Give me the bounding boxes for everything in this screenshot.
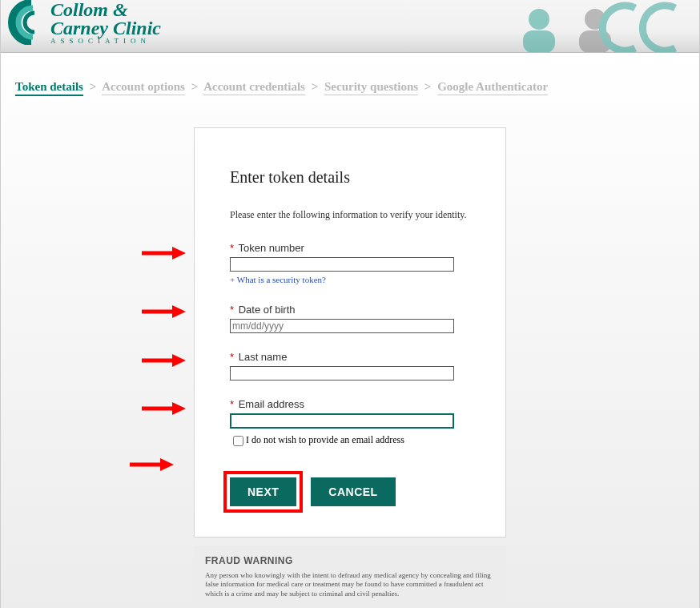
breadcrumb-item-security-questions[interactable]: Security questions <box>324 80 418 95</box>
form-card: Enter token details Please enter the fol… <box>194 127 506 538</box>
lastname-input[interactable] <box>230 366 454 381</box>
breadcrumb-separator: > <box>86 80 100 93</box>
arrow-icon <box>142 352 186 368</box>
email-input[interactable] <box>230 413 454 429</box>
breadcrumb-separator: > <box>421 80 435 93</box>
security-token-help-link[interactable]: + What is a security token? <box>230 275 326 284</box>
header-decoration-icon <box>491 0 699 53</box>
svg-marker-11 <box>172 402 186 415</box>
breadcrumb-separator: > <box>308 80 322 93</box>
breadcrumb-item-account-options[interactable]: Account options <box>102 80 185 95</box>
next-button[interactable]: NEXT <box>230 477 296 506</box>
logo: Collom & Carney Clinic ASSOCIATION <box>6 0 161 45</box>
breadcrumb-item-google-authenticator[interactable]: Google Authenticator <box>437 80 548 95</box>
token-input[interactable] <box>230 257 454 272</box>
svg-marker-13 <box>160 458 174 471</box>
svg-marker-5 <box>172 247 186 260</box>
logo-text-line1: Collom & <box>50 1 161 19</box>
form-heading: Enter token details <box>230 168 470 187</box>
logo-text-line3: ASSOCIATION <box>50 38 161 45</box>
breadcrumb-separator: > <box>188 80 202 93</box>
breadcrumb: Token details > Account options > Accoun… <box>1 53 699 100</box>
lastname-label: * Last name <box>230 351 470 363</box>
fraud-text: Any person who knowingly with the intent… <box>205 571 495 599</box>
svg-marker-9 <box>172 354 186 367</box>
breadcrumb-item-token-details[interactable]: Token details <box>15 80 83 96</box>
no-email-label: I do not wish to provide an email addres… <box>246 434 404 445</box>
fraud-title: FRAUD WARNING <box>205 555 495 566</box>
next-highlight-box: NEXT <box>223 471 303 513</box>
logo-text-line2: Carney Clinic <box>50 19 161 38</box>
form-instruction: Please enter the following information t… <box>230 209 470 221</box>
arrow-icon <box>142 304 186 320</box>
arrow-icon <box>142 245 186 261</box>
header: Collom & Carney Clinic ASSOCIATION <box>1 0 699 53</box>
svg-marker-7 <box>172 305 186 318</box>
no-email-checkbox[interactable] <box>233 436 243 446</box>
fraud-warning-box: FRAUD WARNING Any person who knowingly w… <box>194 546 506 609</box>
token-label: * Token number <box>230 242 470 254</box>
cancel-button[interactable]: CANCEL <box>311 477 395 506</box>
svg-point-0 <box>529 9 549 30</box>
email-label: * Email address <box>230 398 470 410</box>
dob-input[interactable] <box>230 319 454 333</box>
breadcrumb-item-account-credentials[interactable]: Account credentials <box>203 80 305 95</box>
logo-icon <box>6 0 47 45</box>
arrow-icon <box>130 457 174 473</box>
arrow-icon <box>142 401 186 417</box>
dob-label: * Date of birth <box>230 304 470 316</box>
svg-rect-1 <box>523 30 555 53</box>
